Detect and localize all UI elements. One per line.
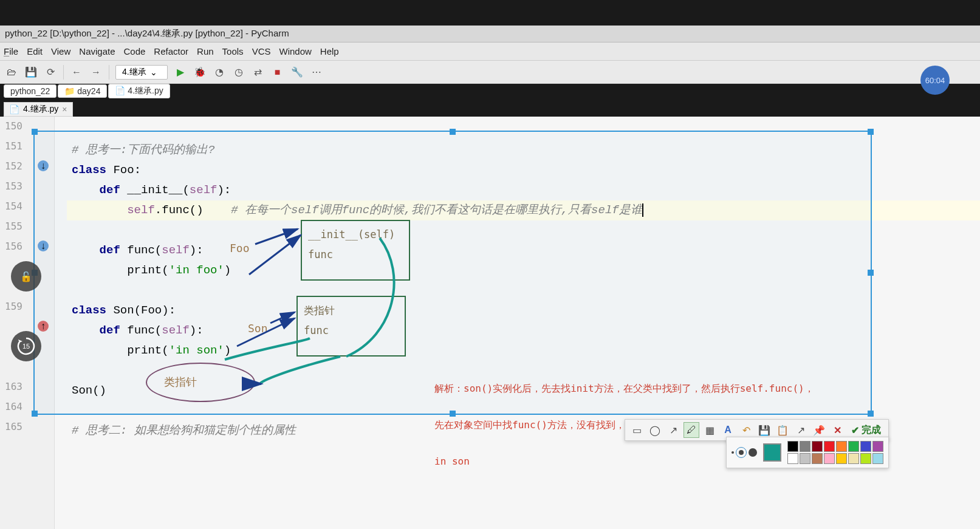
- forward-icon[interactable]: →: [89, 66, 103, 79]
- main-toolbar: 🗁 💾 ⟳ ← → 4.继承 ⌄ ▶ 🐞 ◔ ◷ ⇄ ■ 🔧 ⋯: [0, 61, 980, 84]
- profile-icon[interactable]: ◷: [232, 66, 245, 79]
- menu-view[interactable]: View: [51, 46, 70, 56]
- menu-edit[interactable]: Edit: [27, 46, 43, 56]
- color-swatch[interactable]: [787, 441, 798, 452]
- save-button[interactable]: 💾: [756, 422, 772, 438]
- window-title: python_22 [D:\python_22] - ...\day24\4.继…: [5, 28, 289, 38]
- toolbar-separator: [63, 65, 64, 80]
- brush-size-medium[interactable]: [739, 450, 744, 455]
- video-timestamp-badge: 60:04: [920, 66, 950, 95]
- selection-handle[interactable]: [868, 270, 874, 276]
- line-number: 159: [5, 301, 22, 312]
- copy-button[interactable]: 📋: [775, 422, 790, 438]
- breadcrumb: python_22 📁 day24 📄 4.继承.py: [4, 84, 170, 98]
- line-number: 156: [5, 241, 22, 252]
- diagram-son-box: 类指针 func: [296, 296, 406, 357]
- run-icon[interactable]: ▶: [174, 66, 187, 79]
- line-number: 152: [5, 160, 22, 172]
- diagram-instance-ellipse: [146, 363, 255, 402]
- color-swatch[interactable]: [812, 453, 823, 464]
- unlock-icon: 🔓: [20, 271, 32, 282]
- code-line: print('in foo'): [72, 261, 231, 281]
- color-swatch[interactable]: [860, 441, 871, 452]
- crumb-folder[interactable]: 📁 day24: [58, 84, 107, 98]
- coverage-icon[interactable]: ◔: [213, 66, 226, 79]
- code-line: def func(self):: [72, 321, 204, 341]
- replay-15-button[interactable]: 15: [11, 331, 41, 361]
- color-swatch[interactable]: [836, 453, 847, 464]
- menu-refactor[interactable]: Refactor: [154, 46, 188, 56]
- svg-line-1: [249, 235, 301, 275]
- settings-icon[interactable]: 🔧: [290, 66, 304, 79]
- color-swatch[interactable]: [824, 441, 835, 452]
- brush-size-selector: [732, 448, 757, 457]
- menu-window[interactable]: Window: [279, 46, 311, 56]
- mosaic-tool-button[interactable]: ▦: [702, 422, 718, 438]
- line-gutter: 150 151 152 153 154 155 156 159 163 164 …: [0, 117, 55, 529]
- gutter-run-icon[interactable]: ↓: [38, 241, 49, 251]
- tab-active-file[interactable]: 📄 4.继承.py ×: [4, 102, 73, 117]
- menu-help[interactable]: Help: [320, 46, 339, 56]
- rectangle-tool-button[interactable]: ▭: [629, 422, 645, 438]
- code-line: def func(self):: [72, 241, 204, 261]
- lock-button[interactable]: 🔓: [11, 261, 41, 292]
- code-line: Son(): [72, 381, 106, 401]
- color-swatch[interactable]: [812, 441, 823, 452]
- color-swatch[interactable]: [848, 441, 859, 452]
- code-line: self.func() # 在每一个self调用func的时候,我们不看这句话是…: [72, 200, 643, 220]
- cancel-button[interactable]: ✕: [829, 422, 845, 438]
- done-button[interactable]: ✔ 完成: [848, 424, 885, 437]
- brush-size-large[interactable]: [749, 448, 757, 457]
- color-swatch[interactable]: [836, 441, 847, 452]
- color-swatch[interactable]: [787, 453, 798, 464]
- debug-icon[interactable]: 🐞: [193, 66, 207, 79]
- selection-handle[interactable]: [868, 129, 874, 135]
- color-swatch[interactable]: [800, 453, 810, 464]
- save-icon[interactable]: 💾: [24, 66, 38, 79]
- color-swatch[interactable]: [824, 453, 835, 464]
- menu-vcs[interactable]: VCS: [252, 46, 271, 56]
- menu-navigate[interactable]: Navigate: [79, 46, 115, 56]
- brush-tool-button[interactable]: 🖊: [684, 422, 699, 438]
- menu-tools[interactable]: Tools: [222, 46, 244, 56]
- open-icon[interactable]: 🗁: [5, 66, 18, 79]
- menu-file[interactable]: File: [4, 46, 18, 56]
- crumb-project[interactable]: python_22: [4, 84, 57, 98]
- current-color-swatch[interactable]: [763, 443, 781, 462]
- diagram-son-label: Son: [248, 318, 268, 338]
- line-number: 150: [5, 120, 22, 132]
- gutter-override-icon[interactable]: ↑: [38, 321, 49, 332]
- color-grid: [787, 441, 883, 464]
- code-comment: # 思考二: 如果想给狗和猫定制个性的属性: [72, 421, 296, 441]
- run-configuration-dropdown[interactable]: 4.继承 ⌄: [115, 65, 168, 80]
- color-swatch[interactable]: [800, 441, 810, 452]
- more-icon[interactable]: ⋯: [310, 66, 323, 79]
- stop-icon[interactable]: ■: [271, 66, 284, 79]
- color-swatch[interactable]: [872, 453, 883, 464]
- brush-size-small[interactable]: [732, 451, 734, 454]
- close-icon[interactable]: ×: [62, 104, 67, 114]
- selection-handle[interactable]: [868, 411, 874, 417]
- text-tool-button[interactable]: A: [720, 422, 736, 438]
- check-icon: ✔: [851, 425, 859, 436]
- menu-run[interactable]: Run: [197, 46, 214, 56]
- attach-icon[interactable]: ⇄: [252, 66, 265, 79]
- ellipse-tool-button[interactable]: ◯: [647, 422, 663, 438]
- color-swatch[interactable]: [860, 453, 871, 464]
- diagram-foo-label: Foo: [230, 238, 250, 258]
- undo-button[interactable]: ↶: [738, 422, 754, 438]
- menu-code[interactable]: Code: [124, 46, 146, 56]
- crumb-file[interactable]: 📄 4.继承.py: [108, 84, 170, 98]
- share-button[interactable]: ↗: [793, 422, 809, 438]
- code-line: class Foo:: [72, 160, 141, 180]
- pin-button[interactable]: 📌: [811, 422, 827, 438]
- color-swatch[interactable]: [848, 453, 859, 464]
- color-swatch[interactable]: [872, 441, 883, 452]
- arrow-tool-button[interactable]: ↗: [665, 422, 681, 438]
- toolbar-separator: [109, 65, 109, 80]
- window-titlebar: python_22 [D:\python_22] - ...\day24\4.继…: [0, 26, 980, 43]
- back-icon[interactable]: ←: [70, 66, 83, 79]
- sync-icon[interactable]: ⟳: [44, 66, 57, 79]
- gutter-run-icon[interactable]: ↓: [38, 160, 49, 171]
- selection-handle[interactable]: [450, 129, 456, 135]
